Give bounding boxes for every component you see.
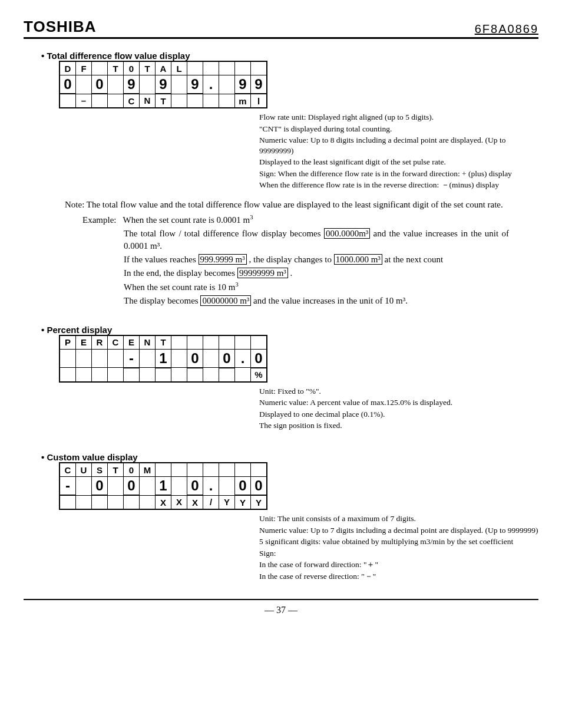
anno-line: In the case of forward direction: "＋" xyxy=(259,559,538,570)
section-title-custom: Custom value display xyxy=(41,452,538,462)
lcd-cell: A xyxy=(156,61,171,75)
lcd-cell: . xyxy=(235,349,251,368)
note-text: , the display changes to xyxy=(249,255,334,264)
lcd-cell xyxy=(76,75,92,94)
section-title-percent: Percent display xyxy=(41,325,538,335)
lcd-cell xyxy=(92,368,108,382)
lcd-cell: 0 xyxy=(251,477,267,496)
lcd-cell: L xyxy=(171,61,187,75)
lcd-cell xyxy=(235,61,251,75)
lcd-cell xyxy=(171,477,187,496)
lcd-cell xyxy=(140,349,156,368)
lcd-cell: 9 xyxy=(124,75,140,94)
lcd-display-custom: C U S T 0 M - 0 0 1 0 . 0 0 xyxy=(59,462,538,510)
lcd-cell: 0 xyxy=(124,61,140,75)
boxed-value: 00000000 m³ xyxy=(200,295,251,306)
anno-line: Flow rate unit: Displayed right aligned … xyxy=(259,112,538,123)
note-text: When the set count rate is 10 m xyxy=(124,282,236,292)
lcd-cell: - xyxy=(124,349,140,368)
lcd-cell xyxy=(251,335,267,350)
lcd-cell xyxy=(203,368,219,382)
anno-line: Sign: xyxy=(259,548,538,559)
lcd-cell xyxy=(203,463,219,477)
boxed-value: 999.9999 m³ xyxy=(199,254,247,265)
annotation-total-diff: Flow rate unit: Displayed right aligned … xyxy=(259,112,538,190)
lcd-cell: l xyxy=(251,94,267,108)
lcd-cell: % xyxy=(251,368,267,382)
lcd-cell xyxy=(203,335,219,350)
lcd-cell xyxy=(59,495,76,509)
section-title-total-diff: Total difference flow value display xyxy=(41,51,538,61)
lcd-cell: 9 xyxy=(251,75,267,94)
lcd-cell xyxy=(124,368,140,382)
page-footer: — 37 — xyxy=(24,599,538,615)
lcd-cell: C xyxy=(124,94,140,108)
lcd-cell xyxy=(59,368,76,382)
brand-logo: TOSHIBA xyxy=(24,18,97,36)
note-lead: Note: The total flow value and the total… xyxy=(65,199,509,211)
lcd-display-percent: P E R C E N T - 1 0 0 . 0 xyxy=(59,335,538,383)
anno-line: In the case of reverse direction: "－" xyxy=(259,571,538,582)
lcd-cell: Y xyxy=(219,495,235,509)
lcd-cell xyxy=(235,368,251,382)
lcd-cell: X xyxy=(156,495,171,509)
lcd-cell: 1 xyxy=(156,349,171,368)
lcd-cell xyxy=(187,463,203,477)
lcd-cell xyxy=(251,463,267,477)
doc-number: 6F8A0869 xyxy=(475,22,538,36)
lcd-cell: M xyxy=(140,463,156,477)
boxed-value: 000.0000m³ xyxy=(324,228,370,239)
anno-line: 5 significant digits: value obtained by … xyxy=(259,536,538,547)
lcd-cell: X xyxy=(171,495,187,509)
lcd-cell xyxy=(219,463,235,477)
lcd-cell: Y xyxy=(251,495,267,509)
lcd-cell: 9 xyxy=(156,75,171,94)
note-text: The total flow / total difference flow d… xyxy=(124,229,324,238)
annotation-custom: Unit: The unit consists of a maximum of … xyxy=(259,513,538,581)
lcd-cell: T xyxy=(156,335,171,350)
page-header: TOSHIBA 6F8A0869 xyxy=(24,18,538,39)
anno-line: Displayed to one decimal place (0.1%). xyxy=(259,409,538,420)
note-text: . xyxy=(290,268,293,278)
lcd-cell xyxy=(171,349,187,368)
boxed-value: 1000.000 m³ xyxy=(334,254,382,265)
lcd-cell: F xyxy=(76,61,92,75)
lcd-cell: D xyxy=(59,61,76,75)
lcd-cell xyxy=(219,75,235,94)
lcd-cell xyxy=(171,94,187,108)
lcd-cell xyxy=(59,349,76,368)
lcd-cell: 0 xyxy=(124,463,140,477)
lcd-cell xyxy=(124,495,140,509)
lcd-cell xyxy=(219,335,235,350)
annotation-percent: Unit: Fixed to "%". Numeric value: A per… xyxy=(259,386,538,431)
lcd-cell: T xyxy=(108,463,124,477)
lcd-cell: 9 xyxy=(235,75,251,94)
note-text: In the end, the display becomes xyxy=(124,268,237,278)
lcd-cell xyxy=(59,94,76,108)
lcd-cell xyxy=(203,61,219,75)
lcd-cell: 0 xyxy=(124,477,140,496)
lcd-cell: E xyxy=(124,335,140,350)
lcd-cell xyxy=(203,349,219,368)
lcd-cell xyxy=(76,349,92,368)
lcd-cell xyxy=(219,94,235,108)
boxed-value: 99999999 m³ xyxy=(237,268,288,278)
lcd-cell: E xyxy=(76,335,92,350)
lcd-cell xyxy=(219,61,235,75)
note-text: If the values reaches xyxy=(124,255,199,264)
lcd-cell xyxy=(140,368,156,382)
lcd-cell xyxy=(76,477,92,496)
lcd-cell: 0 xyxy=(235,477,251,496)
anno-line: Numeric value: Up to 7 digits including … xyxy=(259,525,538,536)
anno-line: Numeric value: Up to 8 digits including … xyxy=(259,135,538,156)
lcd-cell: N xyxy=(140,94,156,108)
lcd-cell: C xyxy=(108,335,124,350)
lcd-cell: 0 xyxy=(219,349,235,368)
lcd-cell: T xyxy=(140,61,156,75)
note-text: and the value increases in the unit of 1… xyxy=(253,296,408,305)
lcd-cell xyxy=(235,463,251,477)
lcd-cell xyxy=(251,61,267,75)
example-label: Example: xyxy=(82,215,116,225)
lcd-cell xyxy=(140,495,156,509)
lcd-cell xyxy=(108,477,124,496)
